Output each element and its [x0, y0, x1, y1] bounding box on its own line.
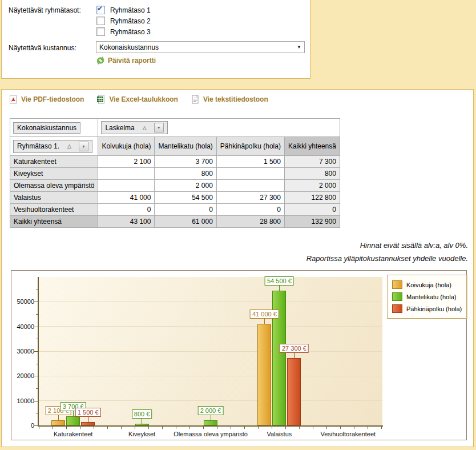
- plot-area: 2 100 €41 000 €3 700 €800 €2 000 €54 500…: [39, 277, 382, 425]
- refresh-report-label: Päivitä raportti: [108, 57, 156, 65]
- y-tick-label: 50000: [11, 298, 34, 305]
- y-tick: [34, 351, 38, 352]
- legend-item: Mantelikatu (hola): [392, 291, 462, 303]
- bar-value-label: 800 €: [132, 409, 152, 419]
- bar-koivukuja: [51, 420, 65, 425]
- y-axis: [38, 277, 39, 427]
- column-header: Pähkinäpolku (hola): [216, 137, 284, 156]
- value-cell: [98, 180, 155, 192]
- y-tick-label: 0: [11, 422, 34, 429]
- value-cell: 122 800: [284, 192, 340, 204]
- gridline: [39, 302, 382, 302]
- vat-note: Hinnat eivät sisällä alv:a, alv 0%.: [360, 241, 468, 250]
- sort-asc-icon: △: [143, 125, 147, 131]
- gridline: [39, 400, 382, 401]
- export-links-row: Vie PDF-tiedostoonVie Excel-taulukkoonVi…: [9, 95, 268, 104]
- group-level-checkbox-label: Ryhmätaso 2: [105, 17, 151, 25]
- value-cell: 0: [216, 204, 284, 216]
- value-label-connector: [73, 411, 74, 416]
- column-dimension-dropdown-button[interactable]: ▼: [154, 123, 164, 132]
- value-label-connector: [279, 286, 280, 291]
- row-header: Kiveykset: [10, 168, 98, 180]
- group-level-checkbox[interactable]: [96, 6, 105, 14]
- refresh-report-link[interactable]: Päivitä raportti: [96, 56, 156, 65]
- sort-asc-icon: △: [67, 143, 71, 149]
- row-header: Valaistus: [10, 192, 98, 204]
- value-label-connector: [88, 417, 88, 422]
- filter-panel: Näytettävät ryhmätasot: Ryhmätaso 1Ryhmä…: [1, 0, 310, 79]
- column-dimension-button[interactable]: Laskelma △ ▼: [101, 121, 167, 134]
- row-dimension-dropdown-button[interactable]: ▼: [79, 142, 88, 151]
- legend-swatch-icon: [392, 280, 402, 289]
- gridline: [39, 326, 382, 327]
- export-link-label: Vie Excel-taulukkoon: [109, 95, 178, 103]
- total-row: Kaikki yhteensä43 10061 00028 800132 900: [10, 216, 340, 228]
- value-cell: 0: [284, 204, 340, 216]
- legend-item: Koivukuja (hola): [392, 279, 462, 291]
- legend-swatch-icon: [392, 292, 402, 301]
- value-cell: 54 500: [155, 192, 216, 204]
- x-axis-ticks: [39, 427, 382, 429]
- group-level-checkboxes: Ryhmätaso 1Ryhmätaso 2Ryhmätaso 3: [96, 5, 151, 37]
- y-minor-tick: [36, 339, 38, 339]
- table-row: Vesihuoltorakenteet0000: [10, 204, 340, 216]
- group-level-checkbox[interactable]: [96, 17, 105, 25]
- bar-mantelikatu: [204, 420, 217, 425]
- value-cell: 1 500: [216, 156, 284, 168]
- y-minor-tick: [36, 314, 38, 315]
- chart: 2 100 €41 000 €3 700 €800 €2 000 €54 500…: [11, 270, 467, 440]
- y-tick: [34, 401, 38, 401]
- pivot-header-row-2: Ryhmätaso 1. △ ▼ Koivukuja (hola)Manteli…: [10, 137, 340, 156]
- y-minor-tick: [36, 388, 38, 389]
- value-label-connector: [58, 415, 59, 420]
- chevron-down-icon: ▼: [294, 45, 304, 50]
- group-levels-label: Näytettävät ryhmätasot:: [9, 6, 81, 14]
- legend-label: Koivukuja (hola): [402, 282, 451, 288]
- row-header: Vesihuoltorakenteet: [10, 204, 98, 216]
- value-cell: 61 000: [155, 216, 216, 228]
- value-cell: 2 100: [98, 156, 155, 168]
- category-label: Vesihuoltorakenteet: [320, 431, 376, 437]
- bar-value-label: 2 000 €: [198, 406, 224, 415]
- y-tick: [34, 302, 38, 302]
- value-label-connector: [142, 419, 142, 424]
- legend-label: Mantelikatu (hola): [402, 294, 456, 300]
- y-tick-label: 40000: [11, 323, 34, 330]
- row-header: Olemassa oleva ympäristö: [10, 180, 98, 192]
- legend-item: Pähkinäpolku (hola): [392, 303, 462, 315]
- cost-select[interactable]: Kokonaiskustannus ▼: [96, 41, 305, 53]
- group-level-checkbox-label: Ryhmätaso 1: [105, 6, 151, 14]
- pdf-icon: [9, 95, 18, 104]
- group-level-row: Ryhmätaso 1: [96, 5, 151, 15]
- report-panel: Vie PDF-tiedostoonVie Excel-taulukkoonVi…: [1, 89, 474, 447]
- y-minor-tick: [36, 290, 38, 290]
- excel-icon: [96, 95, 106, 104]
- group-level-checkbox-label: Ryhmätaso 3: [105, 28, 151, 36]
- value-cell: [216, 168, 284, 180]
- group-level-checkbox[interactable]: [96, 27, 105, 36]
- export-link-text[interactable]: Vie tekstitiedostoon: [191, 95, 268, 104]
- value-cell: 800: [284, 168, 340, 180]
- table-row: Olemassa oleva ympäristö2 0002 000: [10, 180, 340, 192]
- value-cell: 43 100: [98, 216, 155, 228]
- cost-select-value: Kokonaiskustannus: [96, 43, 294, 51]
- y-tick-label: 30000: [11, 348, 34, 355]
- cost-label: Näytettävä kustannus:: [9, 44, 76, 52]
- chart-legend: Koivukuja (hola)Mantelikatu (hola)Pähkin…: [387, 275, 467, 319]
- value-label-connector: [211, 415, 211, 420]
- y-tick: [34, 376, 38, 376]
- gridline: [39, 351, 382, 352]
- export-link-excel[interactable]: Vie Excel-taulukkoon: [96, 95, 178, 104]
- y-tick: [34, 425, 38, 426]
- value-cell: 3 700: [155, 156, 216, 168]
- bar-value-label: 27 300 €: [280, 344, 309, 353]
- y-minor-tick: [36, 413, 38, 413]
- row-dimension-button[interactable]: Ryhmätaso 1. △ ▼: [13, 140, 92, 153]
- export-link-pdf[interactable]: Vie PDF-tiedostoon: [9, 95, 84, 104]
- text-icon: [191, 95, 200, 104]
- bar-pähkinäpolku: [287, 358, 301, 425]
- export-link-label: Vie PDF-tiedostoon: [21, 95, 84, 103]
- measure-button[interactable]: Kokonaiskustannus: [13, 122, 80, 134]
- row-header: Katurakenteet: [10, 156, 98, 168]
- y-tick: [34, 327, 38, 327]
